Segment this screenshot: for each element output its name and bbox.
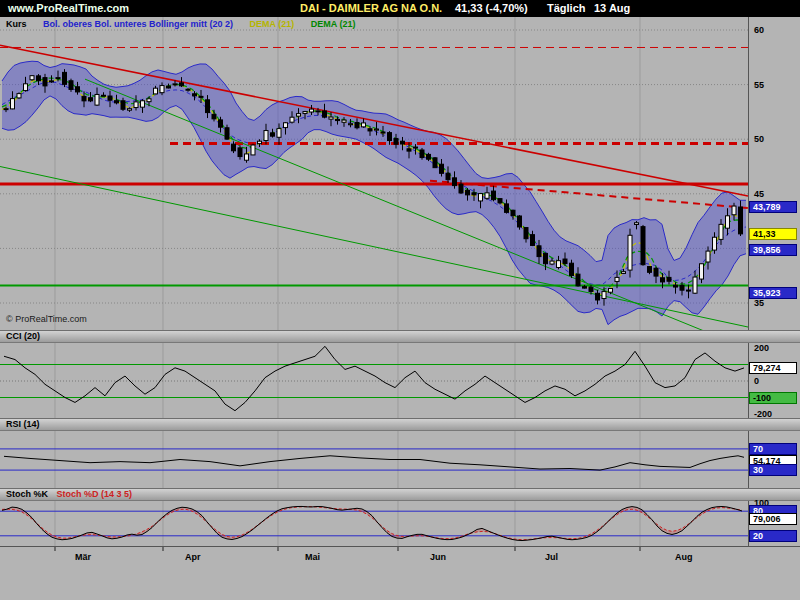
month-label: Jun [430, 552, 446, 562]
stoch-d-title: Stoch %D (14 3 5) [57, 489, 133, 499]
stoch-k-title: Stoch %K [6, 489, 48, 499]
top-status-bar: www.ProRealTime.com DAI - DAIMLER AG NA … [0, 0, 800, 17]
app-window: www.ProRealTime.com DAI - DAIMLER AG NA … [0, 0, 800, 600]
month-label: Mär [75, 552, 91, 562]
date-label: 13 Aug [594, 2, 630, 14]
site-link[interactable]: www.ProRealTime.com [8, 2, 129, 14]
pane-label-kurs[interactable]: Kurs [6, 19, 27, 29]
rsi-line [4, 456, 744, 470]
watermark: © ProRealTime.com [6, 314, 87, 324]
month-label: Aug [675, 552, 693, 562]
dema2-legend[interactable]: DEMA (21) [311, 19, 356, 29]
month-label: Mai [305, 552, 320, 562]
stoch-pane-header[interactable]: Stoch %K Stoch %D (14 3 5) [0, 488, 800, 501]
last-price-change: 41,33 (-4,70%) [455, 2, 528, 14]
month-label: Jul [545, 552, 558, 562]
month-label: Apr [185, 552, 201, 562]
dema1-legend[interactable]: DEMA (21) [250, 19, 295, 29]
instrument-title: DAI - DAIMLER AG NA O.N. [300, 2, 442, 14]
timeframe-label: Täglich [547, 2, 586, 14]
rsi-pane-header[interactable]: RSI (14) [0, 418, 800, 431]
rsi-pane-title: RSI (14) [6, 419, 40, 429]
time-axis[interactable]: MärAprMaiJunJulAug [0, 546, 800, 563]
price-axis[interactable] [748, 17, 800, 546]
chart-canvas[interactable] [0, 0, 800, 600]
cci-line [4, 346, 744, 410]
cci-pane-title: CCI (20) [6, 331, 40, 341]
bollinger-legend[interactable]: Bol. oberes Bol. unteres Bollinger mitt … [43, 19, 233, 29]
price-pane-legend: Kurs Bol. oberes Bol. unteres Bollinger … [6, 19, 369, 29]
cci-pane-header[interactable]: CCI (20) [0, 330, 800, 343]
